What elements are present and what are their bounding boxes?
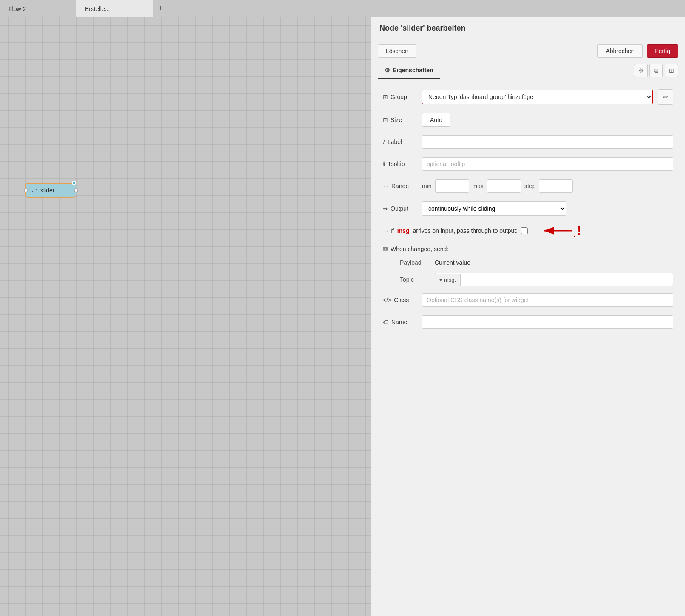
output-label: ⇒ Output [383,205,417,212]
range-min-label: min [422,183,432,189]
tab-properties[interactable]: ⚙ Eigenschaften [378,62,440,79]
node-port-right [74,188,78,192]
exclamation-mark: ! [577,225,581,237]
tab-bar: Flow 2 Erstelle... + [0,0,685,17]
size-row: ⊡ Size Auto [383,113,673,127]
msg-passthrough-checkbox[interactable] [521,227,528,234]
tag-icon: 🏷 [383,319,389,325]
tab-flow2[interactable]: Flow 2 [0,0,76,17]
code-icon: </> [383,297,391,303]
group-label: ⊞ Group [383,93,417,100]
topic-input[interactable]: topic [461,273,673,286]
topic-prefix-button[interactable]: ▾ msg. [435,274,461,286]
tab-erstelle-label: Erstelle... [85,6,110,12]
settings-icon-btn[interactable]: ⚙ [634,64,648,77]
range-min-input[interactable]: 0 [435,179,469,193]
label-label: 𝐼 Label [383,138,417,146]
group-label-text: Group [391,93,407,100]
output-select[interactable]: continuously while sliding [422,201,566,216]
main-area: ⇌ slider Node 'slider' bearbeiten Lösche… [0,17,685,616]
payload-row: Payload Current value [383,259,673,266]
class-label-text: Class [394,297,409,303]
panel-header: Node 'slider' bearbeiten [371,17,685,40]
group-icon: ⊞ [383,93,388,100]
tab-flow2-label: Flow 2 [8,6,26,12]
properties-icon: ⚙ [385,67,390,73]
copy-icon-btn[interactable]: ⧉ [649,64,663,77]
red-arrow-svg [540,224,574,237]
range-step-input[interactable]: 1 [539,179,573,193]
name-label-text: Name [391,319,407,325]
cancel-button[interactable]: Abbrechen [597,44,643,58]
range-max-input[interactable]: 10 [487,179,521,193]
range-inputs: min 0 max 10 step 1 [422,179,573,193]
output-icon: ⇒ [383,205,388,212]
form-area: ⊞ Group Neuen Typ 'dashboard group' hinz… [371,79,685,616]
class-label: </> Class [383,297,417,303]
right-panel: Node 'slider' bearbeiten Löschen Abbrech… [371,17,685,616]
arrow-annotation: ! • [540,224,581,237]
tooltip-icon: ℹ [383,161,385,167]
tab-erstelle[interactable]: Erstelle... [76,0,153,17]
done-button[interactable]: Fertig [647,44,678,58]
layout-icon-btn[interactable]: ⊞ [665,64,678,77]
payload-label: Payload [400,259,430,266]
tooltip-input[interactable] [422,157,673,171]
add-tab-button[interactable]: + [153,0,168,17]
topic-row: Topic ▾ msg. topic [383,273,673,286]
label-icon: 𝐼 [383,138,385,146]
size-icon: ⊡ [383,116,388,123]
class-row: </> Class [383,293,673,307]
label-label-text: Label [388,138,402,145]
panel-title: Node 'slider' bearbeiten [379,24,466,32]
class-input[interactable] [422,293,673,307]
panel-toolbar: Löschen Abbrechen Fertig [371,40,685,62]
range-label-text: Range [391,183,409,189]
node-port-left [24,188,28,192]
name-label: 🏷 Name [383,319,417,325]
output-row: ⇒ Output continuously while sliding [383,201,673,216]
msg-passthrough-row: → If msg arrives on input, pass through … [383,224,673,237]
when-changed-label: When changed, send: [391,246,448,252]
size-label: ⊡ Size [383,116,417,123]
envelope-icon: ✉ [383,246,388,252]
range-icon: ↔ [383,183,389,189]
slider-node-icon: ⇌ [31,186,37,194]
exclamation-dot: • [574,234,575,239]
group-select[interactable]: Neuen Typ 'dashboard group' hinzufüge [422,90,653,104]
topic-label: Topic [400,276,430,283]
group-row: ⊞ Group Neuen Typ 'dashboard group' hinz… [383,89,673,105]
tooltip-label-text: Tooltip [388,161,405,167]
delete-button[interactable]: Löschen [378,44,416,58]
slider-node[interactable]: ⇌ slider [25,183,76,198]
tab-actions: ⚙ ⧉ ⊞ [634,64,678,77]
panel-tabs: ⚙ Eigenschaften ⚙ ⧉ ⊞ [371,62,685,79]
when-changed-section: ✉ When changed, send: [383,246,673,252]
node-connection-dot [72,181,76,185]
tooltip-label: ℹ Tooltip [383,161,417,167]
group-edit-button[interactable]: ✏ [658,89,673,105]
topic-prefix-text: msg. [444,277,456,283]
size-label-text: Size [391,116,402,123]
output-label-text: Output [391,205,408,212]
range-max-label: max [473,183,484,189]
name-row: 🏷 Name [383,315,673,329]
name-input[interactable] [422,315,673,329]
msg-suffix: arrives on input, pass through to output… [413,227,518,234]
topic-input-group: ▾ msg. topic [435,273,673,286]
range-step-label: step [524,183,535,189]
payload-value: Current value [435,259,470,266]
properties-tab-label: Eigenschaften [393,67,433,73]
range-row: ↔ Range min 0 max 10 step 1 [383,179,673,193]
canvas-area[interactable]: ⇌ slider [0,17,371,616]
msg-keyword: msg [397,227,410,234]
label-input[interactable]: slider [422,135,673,149]
chevron-down-icon: ▾ [439,277,442,283]
tooltip-row: ℹ Tooltip [383,157,673,171]
range-label: ↔ Range [383,183,417,189]
label-row: 𝐼 Label slider [383,135,673,149]
slider-node-label: slider [40,187,54,194]
size-button[interactable]: Auto [422,113,450,127]
msg-prefix: → If [383,227,394,234]
